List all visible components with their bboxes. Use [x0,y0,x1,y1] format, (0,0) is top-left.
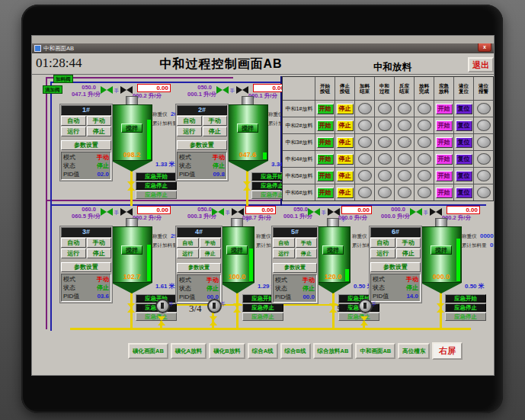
nav-button-6[interactable]: 综合放料AB [313,343,354,359]
stop-button[interactable]: 停止 [203,127,228,136]
material-start-button[interactable]: 开始 [317,120,334,131]
stir-button[interactable]: 搅拌 [237,123,258,133]
auto-button[interactable]: 自动 [177,116,202,126]
params-button[interactable]: 参数设置 [273,263,317,273]
manual-button[interactable]: 手动 [203,116,228,126]
level-reset-button[interactable]: 复位 [456,171,472,181]
dosing-valve-icon[interactable] [430,208,442,216]
exit-button[interactable]: 退出 [468,57,494,72]
stir-button[interactable]: 搅拌 [121,123,142,133]
auto-button[interactable]: 自动 [370,238,395,248]
params-button[interactable]: 参数设置 [177,263,221,273]
level-reset-button[interactable]: 复位 [456,137,472,148]
emergency-start-button[interactable]: 应急开始 [445,294,486,303]
nav-button-8[interactable]: 高位槽东 [398,343,430,359]
close-icon[interactable]: x [478,43,491,52]
pump-valve-icon[interactable] [360,316,368,325]
nav-button-5[interactable]: 综合B线 [280,343,311,359]
emergency-stop-button[interactable]: 应急停止 [445,303,486,312]
stop-button[interactable]: 停止 [396,248,421,258]
material-stop-button[interactable]: 停止 [337,188,354,198]
nav-button-4[interactable]: 综合A线 [248,343,278,359]
stir-button[interactable]: 搅拌 [431,245,452,255]
discharge-valve-icon[interactable] [127,181,135,191]
material-start-button[interactable]: 开始 [317,104,334,114]
emergency-discharge-button[interactable]: 开始 [436,188,453,198]
level-reset-button[interactable]: 复位 [456,188,472,198]
emergency-stop-disabled-button[interactable]: 应急停止 [136,191,177,199]
dosing-valve-icon[interactable] [120,208,133,216]
params-button[interactable]: 参数设置 [61,262,111,272]
feed-valve-icon[interactable] [101,86,113,94]
run-button[interactable]: 运行 [370,248,395,258]
emergency-discharge-button[interactable]: 开始 [436,104,453,114]
feed-valve-icon[interactable] [101,208,113,216]
dosing-valve-icon[interactable] [236,86,248,94]
emergency-stop-button[interactable]: 应急停止 [136,181,177,190]
params-button[interactable]: 参数设置 [177,140,227,150]
dosing-valve-icon[interactable] [120,86,133,94]
stop-button[interactable]: 停止 [87,248,112,258]
nav-button-1[interactable]: 磺化画面AB [128,343,168,359]
discharge-valve-icon[interactable] [243,181,251,191]
material-start-button[interactable]: 开始 [317,137,334,148]
stir-button[interactable]: 搅拌 [121,245,142,255]
manual-button[interactable]: 手动 [396,238,421,248]
level-reset-button[interactable]: 复位 [456,120,472,131]
material-stop-button[interactable]: 停止 [337,104,354,114]
feed-valve-icon[interactable] [308,208,320,216]
run-button[interactable]: 运行 [273,248,295,258]
emergency-stop-disabled-button[interactable]: 应急停止 [445,313,486,321]
nav-button-7[interactable]: 中和画面AB [355,343,395,359]
emergency-start-button[interactable]: 应急开始 [136,172,177,181]
stop-button[interactable]: 停止 [200,248,222,258]
emergency-discharge-button[interactable]: 开始 [436,171,453,181]
auto-button[interactable]: 自动 [61,116,86,126]
manual-button[interactable]: 手动 [200,238,222,248]
nav-button-3[interactable]: 磺化B放料 [209,343,245,359]
stop-button[interactable]: 停止 [87,127,112,136]
run-button[interactable]: 运行 [177,248,199,258]
params-button[interactable]: 参数设置 [370,262,421,272]
material-start-button[interactable]: 开始 [317,154,334,165]
window-titlebar[interactable]: 中和画面AB x [32,43,494,53]
auto-button[interactable]: 自动 [177,238,199,248]
material-stop-button[interactable]: 停止 [337,171,354,181]
manual-button[interactable]: 手动 [296,238,318,248]
discharge-valve-icon[interactable] [127,303,135,313]
stir-button[interactable]: 搅拌 [322,245,344,255]
auto-button[interactable]: 自动 [273,238,295,248]
emergency-discharge-button[interactable]: 开始 [436,120,453,131]
level-reset-button[interactable]: 复位 [456,104,472,114]
stir-button[interactable]: 搅拌 [226,245,248,255]
nav-button-2[interactable]: 磺化A放料 [171,343,206,359]
material-stop-button[interactable]: 停止 [337,137,354,148]
level-reset-button[interactable]: 复位 [456,154,472,165]
emergency-discharge-button[interactable]: 开始 [436,154,453,165]
stop-button[interactable]: 停止 [296,248,318,258]
material-stop-button[interactable]: 停止 [337,154,354,165]
material-start-button[interactable]: 开始 [317,188,334,198]
pump-icon[interactable] [155,299,170,313]
pump-icon[interactable] [207,299,222,313]
manual-button[interactable]: 手动 [87,116,112,126]
pump-valve-icon[interactable] [158,316,165,325]
discharge-valve-icon[interactable] [329,303,337,313]
material-stop-button[interactable]: 停止 [337,120,354,131]
run-button[interactable]: 运行 [61,248,86,258]
right-screen-button[interactable]: 右屏 [432,342,463,360]
emergency-discharge-button[interactable]: 开始 [436,137,453,148]
auto-button[interactable]: 自动 [61,238,86,248]
pump-icon[interactable] [358,299,373,313]
manual-button[interactable]: 手动 [87,238,112,248]
feed-valve-icon[interactable] [216,86,229,94]
discharge-valve-icon[interactable] [437,303,444,313]
pump-valve-icon[interactable] [210,316,217,325]
run-button[interactable]: 运行 [61,127,86,136]
feed-valve-icon[interactable] [212,208,224,216]
feed-valve-icon[interactable] [410,208,422,216]
params-button[interactable]: 参数设置 [61,140,111,150]
discharge-valve-icon[interactable] [233,303,241,313]
material-start-button[interactable]: 开始 [317,171,334,181]
run-button[interactable]: 运行 [177,127,202,136]
